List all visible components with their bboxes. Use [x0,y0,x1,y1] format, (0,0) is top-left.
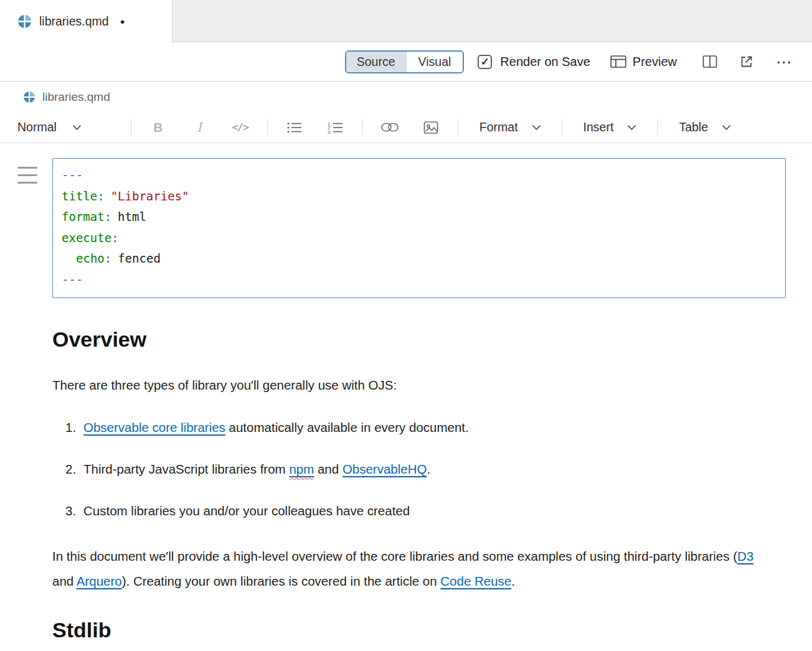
svg-text:3: 3 [328,129,331,134]
toolbar-separator [657,119,658,136]
split-editor-button[interactable] [702,55,717,68]
editor-toolbar: Source Visual ✓ Render on Save Preview [0,42,812,82]
yaml-line: --- [62,165,777,186]
quarto-icon [24,91,35,103]
format-menu-label: Format [479,120,518,134]
inline-code-button[interactable]: </> [220,121,261,133]
yaml-key: title [62,189,97,203]
source-mode-button[interactable]: Source [346,52,406,72]
text-run: automatically available in every documen… [225,420,469,434]
image-icon [423,121,438,134]
insert-menu-label: Insert [583,120,614,134]
spellcheck-underline: npm [289,462,314,476]
list-item[interactable]: 2. Third-party JavaScript libraries from… [52,457,765,482]
open-external-button[interactable] [739,54,754,69]
tab-libraries-qmd[interactable]: libraries.qmd ● [0,0,172,43]
split-editor-icon [702,55,717,68]
italic-button[interactable]: I [179,120,220,135]
list-item-text: Observable core libraries automatically … [83,415,469,440]
breadcrumb-filename: libraries.qmd [42,90,110,104]
yaml-front-matter-wrap: --- title:"Libraries" format:html execut… [52,158,786,298]
link-observable-core-libraries[interactable]: Observable core libraries [83,420,225,434]
numbered-list-button[interactable]: 1 2 3 [315,121,356,134]
tab-title: libraries.qmd [39,14,109,29]
list-marker: 1. [65,415,83,440]
text-run: ). Creating your own libraries is covere… [122,574,441,588]
format-menu[interactable]: Format [465,120,555,134]
chevron-down-icon [722,125,730,130]
paragraph-style-selector[interactable]: Normal [14,119,85,135]
link-icon [381,123,399,132]
toolbar-separator [362,119,363,136]
yaml-line: title:"Libraries" [62,186,777,207]
code-icon: </> [232,121,248,133]
toolbar-separator [131,119,131,136]
bullet-list-button[interactable] [274,121,315,134]
checkmark-icon: ✓ [481,57,489,67]
tab-bar: libraries.qmd ● [0,0,812,42]
link-observablehq[interactable]: ObservableHQ [342,462,427,476]
text-run: . [511,574,515,588]
yaml-line: execute: [62,228,777,249]
yaml-line: --- [62,269,777,291]
render-on-save-label: Render on Save [500,55,590,69]
yaml-colon: : [105,251,111,265]
document-editor[interactable]: --- title:"Libraries" format:html execut… [0,143,812,643]
more-actions-button[interactable]: ⋯ [776,54,791,70]
insert-link-button[interactable] [369,123,410,132]
chevron-down-icon [628,125,636,130]
link-arquero[interactable]: Arquero [77,574,122,588]
text-run: and [314,462,342,476]
render-on-save-checkbox[interactable]: ✓ [478,55,492,69]
toolbar-separator [267,119,268,136]
mode-toggle: Source Visual [345,50,465,73]
preview-button[interactable]: Preview [607,54,681,70]
table-menu-label: Table [679,120,708,134]
yaml-delimiter: --- [62,168,83,182]
yaml-value: fenced [118,251,161,265]
yaml-value: html [118,210,146,223]
intro-paragraph[interactable]: There are three types of library you'll … [52,373,765,398]
italic-icon: I [197,120,202,135]
text-run: Third-party JavaScript libraries from [83,462,289,476]
numbered-list-icon: 1 2 3 [328,121,344,134]
yaml-front-matter[interactable]: --- title:"Libraries" format:html execut… [52,158,786,298]
list-marker: 3. [65,499,83,523]
visual-mode-button[interactable]: Visual [406,52,463,72]
bold-button[interactable]: B [138,120,179,135]
preview-label: Preview [633,55,677,69]
closing-paragraph[interactable]: In this document we'll provide a high-le… [52,544,765,594]
text-run: . [427,462,430,476]
list-item-text: Custom libraries you and/or your colleag… [83,499,410,523]
list-marker: 2. [65,457,83,482]
yaml-colon: : [111,231,118,245]
link-d3[interactable]: D3 [737,549,753,563]
insert-menu[interactable]: Insert [569,120,651,134]
open-external-icon [739,54,754,69]
breadcrumb: libraries.qmd [0,82,812,112]
bold-icon: B [153,120,163,135]
link-npm[interactable]: npm [289,462,314,476]
block-drag-handle[interactable] [17,167,37,184]
yaml-colon: : [105,210,111,223]
chevron-down-icon [73,125,81,130]
list-item-text: Third-party JavaScript libraries from np… [83,457,430,482]
link-code-reuse[interactable]: Code Reuse [440,574,511,588]
toolbar-separator [562,119,562,136]
preview-icon [610,55,626,68]
heading-overview[interactable]: Overview [52,327,765,352]
heading-stdlib[interactable]: Stdlib [52,617,765,643]
insert-image-button[interactable] [410,121,451,134]
ordered-list: 1. Observable core libraries automatical… [52,415,765,523]
yaml-key: format [62,210,105,223]
text-run: and [52,574,77,588]
toolbar-separator [458,119,458,136]
paragraph-style-label: Normal [17,120,57,134]
list-item[interactable]: 1. Observable core libraries automatical… [52,415,765,440]
yaml-line: format:html [62,207,777,228]
yaml-key: execute [62,231,111,245]
table-menu[interactable]: Table [664,120,745,134]
render-on-save-control[interactable]: ✓ Render on Save [478,55,590,69]
yaml-line: echo:fenced [62,248,777,269]
list-item[interactable]: 3. Custom libraries you and/or your coll… [52,499,765,523]
